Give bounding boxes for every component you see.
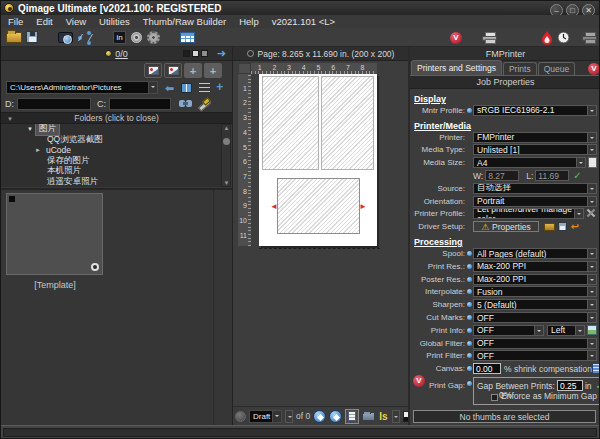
- path-combo[interactable]: C:\Users\Administrator\Pictures: [6, 81, 158, 94]
- collapsed-arrow-icon[interactable]: [35, 147, 41, 153]
- list-view-icon[interactable]: [199, 83, 210, 92]
- custom-paper-icon[interactable]: [588, 157, 597, 168]
- dropdown-arrow-icon[interactable]: [587, 197, 596, 206]
- cut-marks-select[interactable]: OFF: [473, 312, 597, 323]
- source-select[interactable]: 自动选择: [473, 183, 597, 194]
- add-list-icon[interactable]: [216, 82, 223, 93]
- share-button[interactable]: [75, 29, 95, 46]
- quality-combo[interactable]: Draft: [249, 410, 282, 423]
- dropdown-arrow-icon[interactable]: [587, 351, 596, 360]
- sharpen-select[interactable]: 5 (Default): [473, 299, 597, 310]
- printer-setup-button[interactable]: [580, 29, 599, 46]
- add-image-button-1[interactable]: [144, 63, 162, 78]
- page-radio-icon[interactable]: [247, 50, 254, 57]
- dropdown-arrow-icon[interactable]: [587, 145, 596, 154]
- menu-file[interactable]: File: [8, 16, 23, 27]
- dropdown-arrow-icon[interactable]: [587, 249, 596, 258]
- dropdown-arrow-icon[interactable]: [534, 326, 543, 335]
- advance-arrow-icon[interactable]: [217, 47, 226, 60]
- thumb-counter[interactable]: 0/0: [105, 49, 128, 59]
- columns-view-icon[interactable]: [181, 83, 192, 93]
- menu-thumb-raw-builder[interactable]: Thumb/Raw Builder: [143, 16, 226, 27]
- dropdown-arrow-icon[interactable]: [148, 82, 157, 93]
- search-binoculars-icon[interactable]: [179, 100, 185, 107]
- menu-utilities[interactable]: Utilities: [99, 16, 130, 27]
- print-info-position-select[interactable]: Left: [547, 325, 585, 336]
- print-cell-1[interactable]: [262, 76, 319, 170]
- quality-options-button[interactable]: [285, 410, 293, 423]
- length-input[interactable]: [535, 170, 569, 181]
- back-arrow-icon[interactable]: [165, 82, 174, 94]
- save-settings-icon[interactable]: [558, 222, 567, 231]
- page-view-button[interactable]: [345, 409, 359, 424]
- v-logo-button[interactable]: [448, 29, 464, 46]
- scroll-thumb[interactable]: [223, 138, 230, 145]
- tree-node-pictures[interactable]: 图片: [1, 124, 221, 135]
- undo-settings-icon[interactable]: [571, 222, 579, 232]
- prev-page-button[interactable]: [313, 410, 326, 423]
- tree-node-local[interactable]: 本机照片: [1, 166, 221, 177]
- print-res-select[interactable]: Max-200 PPI: [473, 261, 597, 272]
- scroll-down-icon[interactable]: [223, 180, 230, 186]
- print-button[interactable]: [480, 29, 499, 46]
- save-button[interactable]: [24, 29, 40, 46]
- scroll-up-icon[interactable]: [223, 125, 230, 131]
- thumb-size-small-icon[interactable]: [183, 50, 190, 57]
- resize-handle-left-icon[interactable]: [270, 203, 278, 211]
- add-image-button-2[interactable]: [164, 63, 182, 78]
- add-button-1[interactable]: [184, 63, 202, 78]
- insert-text-button[interactable]: Is: [378, 411, 388, 422]
- menu-view[interactable]: View: [66, 16, 86, 27]
- tab-prints[interactable]: Prints: [503, 62, 537, 75]
- poster-res-select[interactable]: Max-200 PPI: [473, 274, 597, 285]
- thumb-size-medium-icon[interactable]: [192, 50, 199, 57]
- tree-node-memu[interactable]: 逍遥安卓照片: [1, 177, 221, 188]
- template-thumbnail[interactable]: [6, 193, 103, 275]
- tab-queue[interactable]: Queue: [538, 62, 576, 75]
- filter-d-input[interactable]: [17, 98, 91, 110]
- dropdown-arrow-icon[interactable]: [272, 411, 281, 422]
- mntr-profile-select[interactable]: sRGB IEC61966-2.1: [473, 105, 597, 116]
- dropdown-arrow-icon[interactable]: [587, 275, 596, 284]
- add-button-2[interactable]: [204, 63, 222, 78]
- open-images-button[interactable]: [4, 29, 24, 46]
- preview-options-button[interactable]: [235, 411, 246, 422]
- tools-wrench-icon[interactable]: [197, 98, 210, 110]
- tree-scrollbar[interactable]: [221, 124, 231, 187]
- tree-node-saved[interactable]: 保存的图片: [1, 156, 221, 167]
- print-queue-button[interactable]: [555, 29, 572, 46]
- media-size-select[interactable]: A4: [473, 157, 586, 168]
- printer-profile-select[interactable]: Let printer/driver manage color: [473, 208, 584, 219]
- tab-printers-and-settings[interactable]: Printers and Settings: [411, 60, 502, 75]
- job-folder-icon[interactable]: [362, 412, 375, 421]
- spool-select[interactable]: All Pages (default): [473, 248, 597, 259]
- dropdown-arrow-icon[interactable]: [587, 300, 596, 309]
- resize-handle-right-icon[interactable]: [359, 203, 367, 211]
- canvas-shrink-input[interactable]: [473, 363, 501, 374]
- dropdown-arrow-icon[interactable]: [587, 262, 596, 271]
- dropdown-arrow-icon[interactable]: [587, 133, 596, 142]
- settings-button[interactable]: [145, 29, 162, 46]
- print-info-select[interactable]: OFF: [473, 325, 544, 336]
- thumb-size-buttons[interactable]: [183, 50, 208, 57]
- filter-c-input[interactable]: [109, 98, 171, 110]
- page-canvas[interactable]: [259, 74, 377, 246]
- photo-in-button[interactable]: [111, 29, 128, 46]
- thumb-table-button[interactable]: [178, 29, 197, 46]
- printer-select[interactable]: FMPrinter: [473, 132, 597, 143]
- dropdown-arrow-icon[interactable]: [575, 326, 584, 335]
- hot-folder-button[interactable]: [539, 29, 555, 46]
- print-cell-2[interactable]: [321, 76, 374, 170]
- insert-text-options-button[interactable]: [392, 410, 400, 423]
- global-filter-select[interactable]: OFF: [473, 338, 597, 349]
- dropdown-arrow-icon[interactable]: [574, 209, 583, 218]
- profile-tools-icon[interactable]: [586, 208, 597, 219]
- menu-edit[interactable]: Edit: [36, 16, 52, 27]
- cd-burn-button[interactable]: [128, 29, 145, 46]
- media-type-select[interactable]: Unlisted [1]: [473, 144, 597, 155]
- orientation-select[interactable]: Portrait: [473, 196, 597, 207]
- load-settings-icon[interactable]: [544, 223, 555, 231]
- print-info-image-icon[interactable]: [587, 325, 597, 335]
- acquire-button[interactable]: [56, 29, 75, 46]
- thumb-size-large-icon[interactable]: [201, 50, 208, 57]
